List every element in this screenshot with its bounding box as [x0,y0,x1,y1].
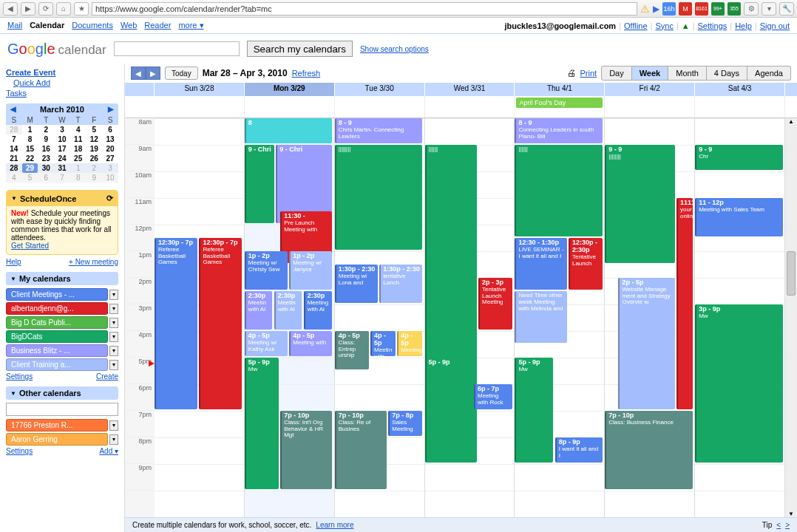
calendar-event[interactable]: 4p - 5pMeetin with [370,331,396,356]
minical-day[interactable]: 15 [22,144,38,154]
url-bar[interactable]: https://www.google.com/calendar/render?t… [92,2,637,16]
reload-button[interactable]: ⟳ [38,2,53,16]
minical-day[interactable]: 22 [22,154,38,163]
calendar-event[interactable]: 1111your online [676,198,693,409]
minical-day[interactable]: 12 [87,134,103,144]
calendar-item[interactable]: Business Blitz - ...▾ [6,344,118,357]
minical-day[interactable]: 18 [70,144,87,154]
view-tab-month[interactable]: Month [668,66,707,81]
calendar-chip[interactable]: Big D Cats Publi... [6,316,108,329]
calendar-menu-button[interactable]: ▾ [109,304,118,314]
calendar-item[interactable]: BigDCats▾ [6,330,118,343]
calendar-event[interactable]: 7p - 8pSales Meeting [388,411,422,436]
allday-cell[interactable] [605,96,695,117]
minical-day[interactable]: 1 [70,163,87,173]
calendar-menu-button[interactable]: ▾ [109,346,118,356]
ext-icon-generic[interactable]: ⚙ [744,2,759,16]
calendar-event[interactable]: 5p - 9p [425,358,477,463]
calendar-menu-button[interactable]: ▾ [109,332,118,342]
calendar-event[interactable]: 7p - 10pClass: Int'l Org Behavior & HR M… [280,411,332,489]
calendar-item[interactable]: Aaron Gerring▾ [6,433,118,446]
calendar-event[interactable]: 1:30p - 2:30Meeting wi Lona and [335,265,378,303]
other-calendars-header[interactable]: ▼ Other calendars [6,386,118,400]
topnav-link-reader[interactable]: Reader [144,21,171,30]
calendar-item[interactable]: Big D Cats Publi...▾ [6,316,118,329]
search-input[interactable] [114,41,240,56]
topnav-link-documents[interactable]: Documents [72,21,113,30]
vertical-scrollbar[interactable]: ▲ ▼ [785,118,797,517]
calendar-event[interactable]: 2:30pMeetin with Al [245,291,272,330]
minical-day[interactable]: 5 [22,173,38,183]
show-search-options-link[interactable]: Show search options [360,45,429,53]
so-refresh-icon[interactable]: ⟳ [106,194,113,203]
allday-cell[interactable]: April Fool's Day [515,96,605,117]
print-icon[interactable]: 🖨 [567,68,576,78]
tip-next[interactable]: > [785,521,790,529]
minical-day[interactable]: 6 [102,125,118,134]
allday-event[interactable]: April Fool's Day [516,98,603,108]
allday-cell[interactable] [245,96,335,117]
minical-day[interactable]: 2 [87,163,103,173]
day-column[interactable]: 89 - Chri9 - Chri11:30 -Pre Launch Meeti… [245,118,335,517]
next-period-button[interactable]: ▶ [146,66,160,80]
day-header[interactable]: Thu 4/1 [515,83,605,96]
calendar-event[interactable]: 12:30 - 1:30pLIVE SEMINAR - I want it al… [515,238,566,290]
minical-day[interactable]: 3 [54,125,70,134]
day-column[interactable]: 8 - 9Connecting Leaders in south Plano- … [515,118,605,517]
search-button[interactable]: Search my calendars [247,41,353,57]
calendar-menu-button[interactable]: ▾ [109,420,118,431]
allday-cell[interactable] [155,96,245,117]
calendar-event[interactable]: 12:30p - 2:30pTentative Launch [569,238,603,290]
wrench-button[interactable]: 🔧 [779,2,794,16]
day-column[interactable]: 9 - 9||||||||1111your online2p - 5pWebsi… [605,118,695,517]
minical-day[interactable]: 5 [87,125,103,134]
calendar-event[interactable]: 2p - 5pWebsite Manage ment and Strategy … [618,278,674,409]
minical-prev[interactable]: ◀ [10,105,16,113]
minical-day[interactable]: 11 [70,134,87,144]
minical-day[interactable]: 26 [87,154,103,163]
calendar-event[interactable]: |||||| [425,145,477,383]
calendar-event[interactable]: 1p - 2pMeeting w/ Janyce [289,251,332,290]
minical-day[interactable]: 9 [38,134,54,144]
view-tab-week[interactable]: Week [632,66,669,81]
calendar-event[interactable]: 2:30pMeetin with Al [274,291,302,330]
prev-period-button[interactable]: ◀ [131,66,146,80]
minical-day[interactable]: 27 [102,154,118,163]
day-header[interactable]: Sat 4/3 [695,83,785,96]
print-link[interactable]: Print [580,69,597,78]
calendar-chip[interactable]: BigDCats [6,330,108,343]
ext-icon-16h[interactable]: 16h [662,2,676,16]
calendar-event[interactable]: |||||||| [335,145,422,250]
minical-day[interactable]: 28 [6,163,22,173]
offline-link[interactable]: Offline [624,21,648,30]
minical-day[interactable]: 4 [6,173,22,183]
minical-day[interactable]: 17 [54,144,70,154]
calendar-chip[interactable]: albertandjenn@g... [6,302,108,315]
day-header[interactable]: Wed 3/31 [425,83,515,96]
view-tab-4days[interactable]: 4 Days [707,66,747,81]
calendar-chip[interactable]: Client Meetings - ... [6,288,108,301]
minical-day[interactable]: 4 [70,125,87,134]
tasks-link[interactable]: Tasks [6,89,118,98]
labs-icon[interactable]: ▲ [682,21,690,30]
calendar-menu-button[interactable]: ▾ [109,318,118,328]
my-cal-settings-link[interactable]: Settings [6,372,33,381]
scrollbar-thumb[interactable] [787,251,796,296]
calendar-menu-button[interactable]: ▾ [109,360,118,370]
play-icon[interactable]: ▶ [653,4,659,14]
page-menu-button[interactable]: ▾ [762,2,776,16]
calendar-event[interactable]: 5p - 9pMw [245,358,279,489]
calendar-event[interactable]: 7p - 10pClass: Business Finance [605,411,692,489]
minical-day[interactable]: 1 [22,125,38,134]
minical-day[interactable]: 13 [102,134,118,144]
learn-more-link[interactable]: Learn more [316,521,353,529]
calendar-event[interactable]: 8p - 9pI want it all and I [555,437,603,463]
calendar-item[interactable]: albertandjenn@g...▾ [6,302,118,315]
calendar-chip[interactable]: Business Blitz - ... [6,344,108,357]
new-meeting-link[interactable]: + New meeting [69,258,118,266]
settings-link[interactable]: Settings [698,21,728,30]
ext-icon-8161[interactable]: 8161 [695,2,708,16]
minical-day[interactable]: 6 [38,173,54,183]
calendar-menu-button[interactable]: ▾ [109,290,118,300]
calendar-chip[interactable]: 17766 Preston R... [6,419,108,432]
